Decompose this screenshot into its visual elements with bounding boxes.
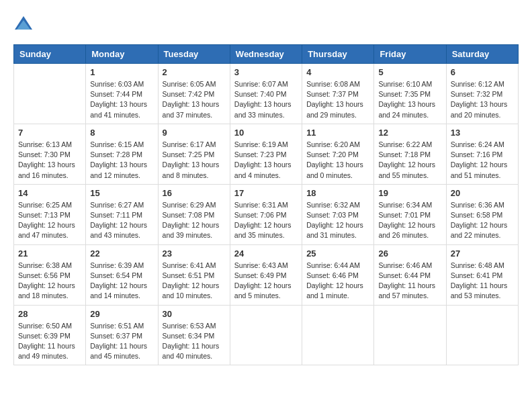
logo-icon (13, 13, 34, 34)
day-number: 22 (90, 248, 153, 259)
calendar-cell: 26Sunrise: 6:46 AMSunset: 6:44 PMDayligh… (374, 244, 446, 305)
weekday-header-row: SundayMondayTuesdayWednesdayThursdayFrid… (14, 45, 519, 64)
day-info: Sunrise: 6:53 AMSunset: 6:34 PMDaylight:… (163, 321, 226, 362)
day-info: Sunrise: 6:24 AMSunset: 7:16 PMDaylight:… (451, 140, 514, 181)
day-number: 30 (163, 309, 226, 319)
calendar-cell: 21Sunrise: 6:38 AMSunset: 6:56 PMDayligh… (14, 244, 86, 305)
calendar-week-4: 21Sunrise: 6:38 AMSunset: 6:56 PMDayligh… (14, 244, 519, 305)
calendar-cell: 5Sunrise: 6:10 AMSunset: 7:35 PMDaylight… (374, 64, 446, 124)
weekday-header-wednesday: Wednesday (230, 45, 302, 64)
day-number: 13 (451, 128, 514, 138)
day-number: 17 (234, 188, 298, 198)
day-number: 24 (234, 248, 298, 259)
calendar-table: SundayMondayTuesdayWednesdayThursdayFrid… (13, 44, 519, 365)
day-number: 11 (306, 128, 369, 138)
day-info: Sunrise: 6:44 AMSunset: 6:46 PMDaylight:… (306, 261, 369, 302)
calendar-cell: 3Sunrise: 6:07 AMSunset: 7:40 PMDaylight… (230, 64, 302, 124)
calendar-cell: 20Sunrise: 6:36 AMSunset: 6:58 PMDayligh… (446, 184, 518, 244)
day-info: Sunrise: 6:31 AMSunset: 7:06 PMDaylight:… (234, 200, 298, 241)
calendar-cell: 19Sunrise: 6:34 AMSunset: 7:01 PMDayligh… (374, 184, 446, 244)
day-number: 23 (163, 248, 226, 259)
calendar-cell: 22Sunrise: 6:39 AMSunset: 6:54 PMDayligh… (86, 244, 158, 305)
day-number: 1 (90, 67, 153, 77)
calendar-cell (446, 305, 518, 365)
page-header (13, 13, 519, 34)
day-info: Sunrise: 6:05 AMSunset: 7:42 PMDaylight:… (163, 79, 226, 120)
day-number: 4 (306, 67, 369, 77)
weekday-header-friday: Friday (374, 45, 446, 64)
calendar-week-5: 28Sunrise: 6:50 AMSunset: 6:39 PMDayligh… (14, 305, 519, 365)
day-number: 20 (451, 188, 514, 198)
calendar-cell: 15Sunrise: 6:27 AMSunset: 7:11 PMDayligh… (86, 184, 158, 244)
calendar-cell (14, 64, 86, 124)
day-info: Sunrise: 6:17 AMSunset: 7:25 PMDaylight:… (163, 140, 226, 181)
calendar-cell: 30Sunrise: 6:53 AMSunset: 6:34 PMDayligh… (158, 305, 230, 365)
day-number: 5 (378, 67, 441, 77)
day-info: Sunrise: 6:39 AMSunset: 6:54 PMDaylight:… (90, 261, 153, 302)
weekday-header-monday: Monday (86, 45, 158, 64)
day-info: Sunrise: 6:36 AMSunset: 6:58 PMDaylight:… (451, 200, 514, 241)
day-info: Sunrise: 6:46 AMSunset: 6:44 PMDaylight:… (378, 261, 441, 302)
calendar-cell: 8Sunrise: 6:15 AMSunset: 7:28 PMDaylight… (86, 124, 158, 184)
day-info: Sunrise: 6:07 AMSunset: 7:40 PMDaylight:… (234, 79, 298, 120)
day-info: Sunrise: 6:29 AMSunset: 7:08 PMDaylight:… (163, 200, 226, 241)
weekday-header-saturday: Saturday (446, 45, 518, 64)
calendar-cell: 4Sunrise: 6:08 AMSunset: 7:37 PMDaylight… (302, 64, 374, 124)
day-info: Sunrise: 6:10 AMSunset: 7:35 PMDaylight:… (378, 79, 441, 120)
calendar-week-3: 14Sunrise: 6:25 AMSunset: 7:13 PMDayligh… (14, 184, 519, 244)
day-info: Sunrise: 6:12 AMSunset: 7:32 PMDaylight:… (451, 79, 514, 120)
day-number: 29 (90, 309, 153, 319)
calendar-cell (230, 305, 302, 365)
day-info: Sunrise: 6:08 AMSunset: 7:37 PMDaylight:… (306, 79, 369, 120)
calendar-cell: 12Sunrise: 6:22 AMSunset: 7:18 PMDayligh… (374, 124, 446, 184)
day-number: 28 (18, 309, 81, 319)
day-number: 14 (18, 188, 81, 198)
day-number: 10 (234, 128, 298, 138)
logo (13, 13, 36, 34)
calendar-cell: 13Sunrise: 6:24 AMSunset: 7:16 PMDayligh… (446, 124, 518, 184)
weekday-header-sunday: Sunday (14, 45, 86, 64)
calendar-cell: 6Sunrise: 6:12 AMSunset: 7:32 PMDaylight… (446, 64, 518, 124)
calendar-cell: 10Sunrise: 6:19 AMSunset: 7:23 PMDayligh… (230, 124, 302, 184)
day-info: Sunrise: 6:19 AMSunset: 7:23 PMDaylight:… (234, 140, 298, 181)
day-info: Sunrise: 6:43 AMSunset: 6:49 PMDaylight:… (234, 261, 298, 302)
calendar-cell: 9Sunrise: 6:17 AMSunset: 7:25 PMDaylight… (158, 124, 230, 184)
day-number: 9 (163, 128, 226, 138)
day-number: 16 (163, 188, 226, 198)
weekday-header-thursday: Thursday (302, 45, 374, 64)
calendar-week-2: 7Sunrise: 6:13 AMSunset: 7:30 PMDaylight… (14, 124, 519, 184)
day-info: Sunrise: 6:32 AMSunset: 7:03 PMDaylight:… (306, 200, 369, 241)
day-number: 6 (451, 67, 514, 77)
day-info: Sunrise: 6:41 AMSunset: 6:51 PMDaylight:… (163, 261, 226, 302)
day-number: 26 (378, 248, 441, 259)
day-number: 19 (378, 188, 441, 198)
day-info: Sunrise: 6:38 AMSunset: 6:56 PMDaylight:… (18, 261, 81, 302)
calendar-cell (302, 305, 374, 365)
calendar-cell: 28Sunrise: 6:50 AMSunset: 6:39 PMDayligh… (14, 305, 86, 365)
calendar-cell: 23Sunrise: 6:41 AMSunset: 6:51 PMDayligh… (158, 244, 230, 305)
calendar-cell: 18Sunrise: 6:32 AMSunset: 7:03 PMDayligh… (302, 184, 374, 244)
day-info: Sunrise: 6:50 AMSunset: 6:39 PMDaylight:… (18, 321, 81, 362)
day-info: Sunrise: 6:03 AMSunset: 7:44 PMDaylight:… (90, 79, 153, 120)
day-number: 21 (18, 248, 81, 259)
day-info: Sunrise: 6:34 AMSunset: 7:01 PMDaylight:… (378, 200, 441, 241)
calendar-cell: 27Sunrise: 6:48 AMSunset: 6:41 PMDayligh… (446, 244, 518, 305)
calendar-cell (374, 305, 446, 365)
day-info: Sunrise: 6:15 AMSunset: 7:28 PMDaylight:… (90, 140, 153, 181)
calendar-cell: 2Sunrise: 6:05 AMSunset: 7:42 PMDaylight… (158, 64, 230, 124)
day-number: 15 (90, 188, 153, 198)
day-number: 8 (90, 128, 153, 138)
calendar-cell: 16Sunrise: 6:29 AMSunset: 7:08 PMDayligh… (158, 184, 230, 244)
calendar-cell: 1Sunrise: 6:03 AMSunset: 7:44 PMDaylight… (86, 64, 158, 124)
day-info: Sunrise: 6:20 AMSunset: 7:20 PMDaylight:… (306, 140, 369, 181)
calendar-cell: 17Sunrise: 6:31 AMSunset: 7:06 PMDayligh… (230, 184, 302, 244)
day-info: Sunrise: 6:51 AMSunset: 6:37 PMDaylight:… (90, 321, 153, 362)
day-number: 25 (306, 248, 369, 259)
day-number: 7 (18, 128, 81, 138)
calendar-week-1: 1Sunrise: 6:03 AMSunset: 7:44 PMDaylight… (14, 64, 519, 124)
calendar-cell: 25Sunrise: 6:44 AMSunset: 6:46 PMDayligh… (302, 244, 374, 305)
day-number: 18 (306, 188, 369, 198)
day-number: 3 (234, 67, 298, 77)
day-info: Sunrise: 6:27 AMSunset: 7:11 PMDaylight:… (90, 200, 153, 241)
day-info: Sunrise: 6:13 AMSunset: 7:30 PMDaylight:… (18, 140, 81, 181)
